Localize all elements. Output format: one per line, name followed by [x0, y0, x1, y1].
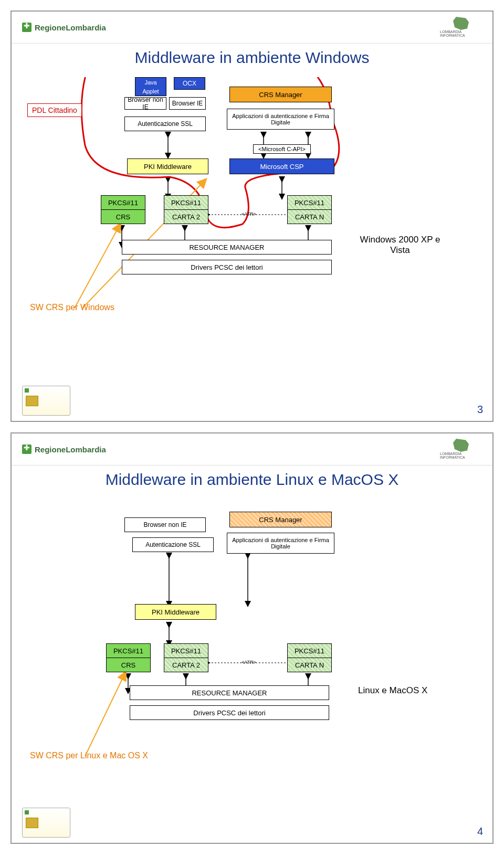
browser-non-ie-box: Browser non IE	[124, 97, 166, 110]
lombardia-shape-icon	[453, 17, 469, 30]
pkcs11-crs-box: PKCS#11 CRS	[106, 643, 151, 672]
logo-left: RegioneLombardia	[22, 444, 106, 454]
crs-manager-box: CRS Manager	[229, 512, 332, 527]
pkcs11-c2-bottom: CARTA 2	[164, 210, 208, 224]
page-number: 3	[477, 404, 483, 416]
sw-crs-label: SW CRS per Linux e Mac OS X	[30, 751, 148, 760]
svg-line-9	[75, 224, 120, 308]
brand-text: RegioneLombardia	[35, 23, 106, 32]
java-applet-box: Java Applet	[135, 77, 166, 96]
apps-box: Applicazioni di autenticazione e Firma D…	[227, 533, 334, 554]
logo-left: RegioneLombardia	[22, 23, 106, 32]
pkcs11-crs-bottom: CRS	[101, 210, 145, 224]
pkcs11-cn-top: PKCS#11	[288, 196, 331, 210]
java-text: Java	[135, 78, 166, 87]
slide-title: Middleware in ambiente Linux e MacOS X	[12, 471, 492, 489]
ocx-box: OCX	[174, 77, 205, 90]
slide-windows: RegioneLombardia LOMBARDIA INFORMATICA M…	[10, 10, 494, 422]
right-logo-text: LOMBARDIA INFORMATICA	[440, 30, 482, 37]
sw-crs-label: SW CRS per Windows	[30, 303, 114, 312]
atr-label: <ATR>	[242, 211, 256, 217]
crs-manager-box: CRS Manager	[229, 87, 332, 102]
diagram-area: Browser non IE Autenticazione SSL CRS Ma…	[12, 499, 492, 793]
pkcs11-cartan-box: PKCS#11 CARTA N	[287, 195, 332, 224]
lombardia-shape-icon	[453, 439, 469, 452]
pkcs11-crs-bottom: CRS	[107, 658, 150, 672]
diagram-area: PDL Cittadino Java Applet OCX Browser no…	[12, 77, 492, 371]
auth-ssl-box: Autenticazione SSL	[124, 117, 206, 131]
browser-ie-box: Browser IE	[169, 97, 206, 110]
region-logo-icon	[22, 444, 32, 454]
atr-label: <ATR>	[242, 660, 256, 665]
browser-non-ie-box: Browser non IE	[124, 517, 206, 532]
pkcs11-carta2-box: PKCS#11 CARTA 2	[164, 643, 208, 672]
pkcs11-cn-bottom: CARTA N	[288, 210, 331, 224]
pkcs11-crs-top: PKCS#11	[101, 196, 145, 210]
microsoft-csp-box: Microsoft CSP	[229, 158, 334, 174]
pkcs11-crs-box: PKCS#11 CRS	[101, 195, 145, 224]
crs-card-icon	[22, 808, 70, 838]
os-note: Linux e MacOS X	[358, 685, 432, 696]
pkcs11-crs-top: PKCS#11	[107, 644, 150, 658]
logo-right: LOMBARDIA INFORMATICA	[440, 17, 482, 38]
pki-middleware-box: PKI Middleware	[135, 604, 216, 620]
brand-text: RegioneLombardia	[35, 445, 106, 454]
region-logo-icon	[22, 23, 32, 32]
page-number: 4	[477, 825, 483, 838]
pkcs11-cn-bottom: CARTA N	[288, 658, 331, 672]
pki-middleware-box: PKI Middleware	[127, 158, 208, 174]
pkcs11-c2-top: PKCS#11	[164, 644, 208, 658]
resource-manager-box: RESOURCE MANAGER	[122, 240, 332, 255]
pdl-cittadino-label: PDL Cittadino	[27, 103, 82, 117]
drivers-box: Drivers PCSC dei lettori	[130, 705, 329, 720]
slide-linux-macos: RegioneLombardia LOMBARDIA INFORMATICA M…	[10, 432, 494, 844]
slide-title: Middleware in ambiente Windows	[12, 49, 492, 67]
pkcs11-carta2-box: PKCS#11 CARTA 2	[164, 195, 208, 224]
apps-box: Applicazioni di autenticazione e Firma D…	[227, 109, 334, 130]
drivers-box: Drivers PCSC dei lettori	[122, 260, 332, 274]
pkcs11-c2-top: PKCS#11	[164, 196, 208, 210]
crs-card-icon	[22, 386, 70, 416]
capi-box: <Microsoft C-API>	[253, 144, 311, 154]
header-bar: RegioneLombardia LOMBARDIA INFORMATICA	[12, 433, 492, 465]
header-bar: RegioneLombardia LOMBARDIA INFORMATICA	[12, 12, 492, 44]
pkcs11-c2-bottom: CARTA 2	[164, 658, 208, 672]
svg-line-18	[85, 672, 125, 756]
os-note: Windows 2000 XP e Vista	[358, 235, 442, 256]
pkcs11-cn-top: PKCS#11	[288, 644, 331, 658]
right-logo-text: LOMBARDIA INFORMATICA	[440, 452, 482, 459]
resource-manager-box: RESOURCE MANAGER	[130, 685, 329, 700]
applet-text: Applet	[135, 87, 166, 96]
pkcs11-cartan-box: PKCS#11 CARTA N	[287, 643, 332, 672]
logo-right: LOMBARDIA INFORMATICA	[440, 439, 482, 460]
auth-ssl-box: Autenticazione SSL	[132, 537, 214, 552]
